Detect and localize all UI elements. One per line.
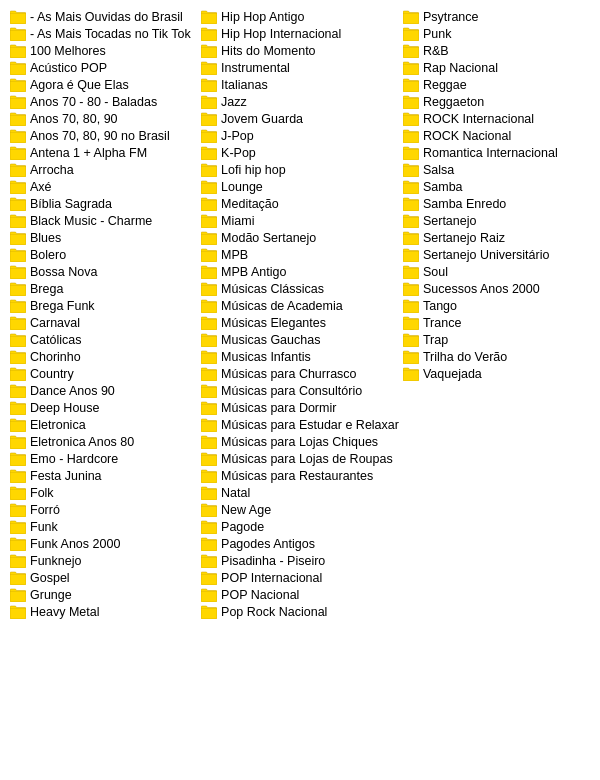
list-item[interactable]: Bíblia Sagrada — [8, 195, 199, 212]
list-item[interactable]: Bossa Nova — [8, 263, 199, 280]
list-item[interactable]: Psytrance — [401, 8, 592, 25]
list-item[interactable]: Músicas para Restaurantes — [199, 467, 401, 484]
list-item[interactable]: Arrocha — [8, 161, 199, 178]
list-item[interactable]: Black Music - Charme — [8, 212, 199, 229]
list-item[interactable]: K-Pop — [199, 144, 401, 161]
list-item[interactable]: Musicas Infantis — [199, 348, 401, 365]
list-item[interactable]: MPB Antigo — [199, 263, 401, 280]
list-item[interactable]: Antena 1 + Alpha FM — [8, 144, 199, 161]
list-item[interactable]: Pagode — [199, 518, 401, 535]
list-item[interactable]: Rap Nacional — [401, 59, 592, 76]
list-item[interactable]: Miami — [199, 212, 401, 229]
list-item[interactable]: Carnaval — [8, 314, 199, 331]
list-item[interactable]: Músicas Elegantes — [199, 314, 401, 331]
list-item[interactable]: Heavy Metal — [8, 603, 199, 620]
folder-label: Lounge — [221, 180, 263, 194]
list-item[interactable]: Axé — [8, 178, 199, 195]
list-item[interactable]: Brega — [8, 280, 199, 297]
list-item[interactable]: Country — [8, 365, 199, 382]
list-item[interactable]: POP Nacional — [199, 586, 401, 603]
list-item[interactable]: Hits do Momento — [199, 42, 401, 59]
list-item[interactable]: Hip Hop Antigo — [199, 8, 401, 25]
list-item[interactable]: Músicas para Consultório — [199, 382, 401, 399]
folder-icon — [201, 418, 217, 432]
list-item[interactable]: Reggaeton — [401, 93, 592, 110]
list-item[interactable]: Natal — [199, 484, 401, 501]
list-item[interactable]: Católicas — [8, 331, 199, 348]
list-item[interactable]: Jazz — [199, 93, 401, 110]
list-item[interactable]: Anos 70, 80, 90 — [8, 110, 199, 127]
list-item[interactable]: Funk Anos 2000 — [8, 535, 199, 552]
list-item[interactable]: Pop Rock Nacional — [199, 603, 401, 620]
list-item[interactable]: Lofi hip hop — [199, 161, 401, 178]
list-item[interactable]: Emo - Hardcore — [8, 450, 199, 467]
list-item[interactable]: Instrumental — [199, 59, 401, 76]
list-item[interactable]: POP Internacional — [199, 569, 401, 586]
list-item[interactable]: Dance Anos 90 — [8, 382, 199, 399]
list-item[interactable]: Chorinho — [8, 348, 199, 365]
list-item[interactable]: Sucessos Anos 2000 — [401, 280, 592, 297]
list-item[interactable]: Samba — [401, 178, 592, 195]
list-item[interactable]: Deep House — [8, 399, 199, 416]
list-item[interactable]: Samba Enredo — [401, 195, 592, 212]
list-item[interactable]: Punk — [401, 25, 592, 42]
list-item[interactable]: 100 Melhores — [8, 42, 199, 59]
list-item[interactable]: R&B — [401, 42, 592, 59]
list-item[interactable]: Folk — [8, 484, 199, 501]
list-item[interactable]: Forró — [8, 501, 199, 518]
list-item[interactable]: Meditação — [199, 195, 401, 212]
list-item[interactable]: Pisadinha - Piseiro — [199, 552, 401, 569]
list-item[interactable]: Eletronica — [8, 416, 199, 433]
list-item[interactable]: Pagodes Antigos — [199, 535, 401, 552]
list-item[interactable]: Hip Hop Internacional — [199, 25, 401, 42]
list-item[interactable]: Vaquejada — [401, 365, 592, 382]
list-item[interactable]: Jovem Guarda — [199, 110, 401, 127]
list-item[interactable]: Sertanejo Raiz — [401, 229, 592, 246]
list-item[interactable]: Anos 70 - 80 - Baladas — [8, 93, 199, 110]
list-item[interactable]: Trilha do Verão — [401, 348, 592, 365]
list-item[interactable]: Músicas para Dormir — [199, 399, 401, 416]
list-item[interactable]: Agora é Que Elas — [8, 76, 199, 93]
list-item[interactable]: Acústico POP — [8, 59, 199, 76]
list-item[interactable]: Trap — [401, 331, 592, 348]
list-item[interactable]: - As Mais Tocadas no Tik Tok — [8, 25, 199, 42]
folder-icon — [10, 163, 26, 177]
list-item[interactable]: Brega Funk — [8, 297, 199, 314]
folder-label: Vaquejada — [423, 367, 482, 381]
list-item[interactable]: Músicas de Academia — [199, 297, 401, 314]
list-item[interactable]: Eletronica Anos 80 — [8, 433, 199, 450]
list-item[interactable]: Músicas Clássicas — [199, 280, 401, 297]
list-item[interactable]: - As Mais Ouvidas do Brasil — [8, 8, 199, 25]
list-item[interactable]: Gospel — [8, 569, 199, 586]
list-item[interactable]: Italianas — [199, 76, 401, 93]
list-item[interactable]: Blues — [8, 229, 199, 246]
list-item[interactable]: Músicas para Lojas Chiques — [199, 433, 401, 450]
list-item[interactable]: Soul — [401, 263, 592, 280]
list-item[interactable]: Festa Junina — [8, 467, 199, 484]
list-item[interactable]: Sertanejo Universitário — [401, 246, 592, 263]
list-item[interactable]: Lounge — [199, 178, 401, 195]
list-item[interactable]: Trance — [401, 314, 592, 331]
list-item[interactable]: New Age — [199, 501, 401, 518]
list-item[interactable]: Músicas para Lojas de Roupas — [199, 450, 401, 467]
list-item[interactable]: ROCK Internacional — [401, 110, 592, 127]
list-item[interactable]: Funk — [8, 518, 199, 535]
list-item[interactable]: Musicas Gauchas — [199, 331, 401, 348]
list-item[interactable]: Anos 70, 80, 90 no Brasil — [8, 127, 199, 144]
folder-label: Hip Hop Internacional — [221, 27, 341, 41]
list-item[interactable]: Grunge — [8, 586, 199, 603]
list-item[interactable]: Músicas para Churrasco — [199, 365, 401, 382]
list-item[interactable]: Romantica Internacional — [401, 144, 592, 161]
list-item[interactable]: Tango — [401, 297, 592, 314]
list-item[interactable]: Bolero — [8, 246, 199, 263]
folder-icon — [10, 452, 26, 466]
list-item[interactable]: Reggae — [401, 76, 592, 93]
list-item[interactable]: Músicas para Estudar e Relaxar — [199, 416, 401, 433]
list-item[interactable]: Sertanejo — [401, 212, 592, 229]
list-item[interactable]: Modão Sertanejo — [199, 229, 401, 246]
list-item[interactable]: MPB — [199, 246, 401, 263]
list-item[interactable]: ROCK Nacional — [401, 127, 592, 144]
list-item[interactable]: Funknejo — [8, 552, 199, 569]
list-item[interactable]: J-Pop — [199, 127, 401, 144]
list-item[interactable]: Salsa — [401, 161, 592, 178]
